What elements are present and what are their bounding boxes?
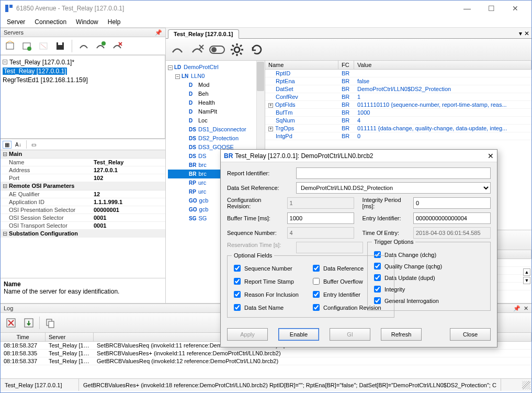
- log-pin-icon[interactable]: 📌: [513, 305, 520, 312]
- rt-refresh-icon[interactable]: [248, 41, 265, 58]
- tab-close-icon[interactable]: ✕: [524, 30, 529, 37]
- window-maximize-icon[interactable]: ☐: [479, 1, 503, 16]
- resize-grip-icon[interactable]: [522, 381, 530, 389]
- menu-window[interactable]: Window: [76, 18, 98, 26]
- prop-section-substation[interactable]: Substation Configuration: [1, 230, 165, 238]
- status-message: GetBRCBValuesRes+ (invokeId:18 reference…: [79, 379, 501, 391]
- disconnect-icon[interactable]: [93, 39, 108, 53]
- tree-item[interactable]: DSDS1_Disconnector: [168, 125, 265, 134]
- categorized-icon[interactable]: ▦: [3, 141, 12, 149]
- connect-icon[interactable]: [76, 39, 91, 53]
- prop-section-main[interactable]: Main: [1, 150, 165, 159]
- properties-description: Name Name of the server for easy identif…: [1, 278, 165, 303]
- save-icon[interactable]: [53, 39, 67, 53]
- entryid-input[interactable]: [413, 212, 491, 224]
- svg-line-20: [232, 53, 234, 54]
- brcb-dialog: BR Test_Relay [127.0.0.1]: DemoProtCtrl/…: [220, 149, 497, 347]
- buftm-input[interactable]: [287, 212, 354, 224]
- attr-row[interactable]: IntgPdBR0: [265, 132, 531, 140]
- close-button[interactable]: Close: [450, 328, 491, 341]
- attr-row[interactable]: BufTmBR1000: [265, 109, 531, 117]
- properties-toolbar: ▦ A↓ ▭: [1, 139, 165, 150]
- server-child[interactable]: RegrTestEd1 [192.168.11.159]: [3, 76, 88, 83]
- rt-connect-icon[interactable]: [169, 41, 186, 58]
- optfield-checkbox[interactable]: Reason For Inclusion: [232, 289, 311, 299]
- rt-toggle-icon[interactable]: [209, 41, 225, 58]
- svg-rect-8: [58, 42, 62, 45]
- tree-item[interactable]: DBeh: [168, 89, 265, 98]
- log-save-icon[interactable]: [21, 316, 36, 330]
- menu-help[interactable]: Help: [108, 18, 121, 26]
- tree-item[interactable]: DMod: [168, 81, 265, 89]
- edit-server-icon[interactable]: [19, 39, 34, 53]
- optfield-checkbox[interactable]: Sequence Number: [232, 263, 311, 273]
- status-server: Test_Relay [127.0.0.1]: [1, 379, 79, 391]
- props-pages-icon[interactable]: ▭: [30, 141, 38, 148]
- optional-fields: Optional Fields Sequence Number Data Ref…: [227, 252, 394, 318]
- alphabetical-icon[interactable]: A↓: [14, 141, 23, 148]
- tree-item[interactable]: DSDS2_Protection: [168, 134, 265, 143]
- intgpd-input[interactable]: [413, 197, 491, 209]
- svg-rect-1: [9, 5, 13, 8]
- window-close-icon[interactable]: ✕: [503, 1, 527, 16]
- tree-item[interactable]: DLoc: [168, 116, 265, 125]
- properties-grid[interactable]: Main NameTest_Relay Address127.0.0.1 Por…: [1, 150, 165, 278]
- window-minimize-icon[interactable]: —: [455, 1, 479, 16]
- svg-rect-2: [6, 43, 14, 49]
- servers-panel-header: Servers 📌: [1, 28, 165, 37]
- sqnum-field: [287, 227, 354, 239]
- pin-icon[interactable]: 📌: [155, 29, 162, 36]
- svg-rect-0: [5, 5, 8, 12]
- menu-server[interactable]: Server: [7, 18, 25, 26]
- rt-disconnect-icon[interactable]: [189, 41, 206, 58]
- log-copy-icon[interactable]: [43, 316, 58, 330]
- window-title: 61850 Avenue - Test_Relay [127.0.0.1]: [16, 5, 455, 12]
- dsref-select[interactable]: DemoProtCtrl/LLN0.DS2_Protection: [296, 182, 491, 194]
- rptid-input[interactable]: [296, 167, 491, 179]
- svg-point-12: [234, 47, 240, 52]
- optfield-checkbox[interactable]: Data Set Name: [232, 302, 311, 312]
- disconnect-x-icon[interactable]: [110, 39, 124, 53]
- server-root[interactable]: Test_Relay [127.0.0.1]*: [9, 59, 74, 66]
- tree-item[interactable]: DNamPlt: [168, 107, 265, 116]
- prop-section-osi[interactable]: Remote OSI Parameters: [1, 182, 165, 190]
- confrev-field: [287, 197, 354, 209]
- log-row[interactable]: 08:18:58.335Test_Relay [12...SetBRCBValu…: [1, 350, 531, 357]
- attr-row[interactable]: +TrgOpsBR011111 {data-change, quality-ch…: [265, 125, 531, 132]
- optfield-checkbox[interactable]: Report Time Stamp: [232, 276, 311, 286]
- rt-gear-icon[interactable]: [229, 41, 245, 58]
- optfield-checkbox[interactable]: Entry Identifier: [311, 289, 390, 299]
- gi-button: GI: [330, 328, 370, 341]
- attr-row[interactable]: RptEnaBRfalse: [265, 77, 531, 85]
- new-server-icon[interactable]: [3, 39, 17, 53]
- attr-row[interactable]: ConfRevBR1: [265, 93, 531, 101]
- app-icon: [5, 4, 13, 13]
- log-clear-icon[interactable]: [4, 316, 18, 330]
- enable-button[interactable]: Enable: [278, 328, 319, 341]
- attr-row[interactable]: DatSetBRDemoProtCtrl/LLN0$DS2_Protection: [265, 85, 531, 93]
- svg-point-4: [27, 47, 31, 51]
- optfield-checkbox[interactable]: Buffer Overflow: [311, 276, 390, 286]
- server-child-selected[interactable]: Test_Relay [127.0.0.1]: [3, 68, 67, 75]
- svg-line-18: [240, 53, 242, 54]
- attr-row[interactable]: +OptFldsBR0111110110 {sequence-number, r…: [265, 101, 531, 109]
- servers-toolbar: [1, 37, 165, 55]
- attr-row[interactable]: RptIDBR: [265, 70, 531, 77]
- delete-server-icon[interactable]: [36, 39, 51, 53]
- svg-line-6: [41, 44, 46, 48]
- optfield-checkbox[interactable]: Data Reference: [311, 263, 390, 273]
- tab-active[interactable]: Test_Relay [127.0.0.1]: [168, 29, 239, 39]
- dialog-close-icon[interactable]: ✕: [488, 152, 494, 160]
- attr-row[interactable]: SqNumBR4: [265, 117, 531, 125]
- menu-connection[interactable]: Connection: [35, 18, 66, 26]
- servers-tree[interactable]: −Test_Relay [127.0.0.1]* Test_Relay [127…: [1, 55, 165, 139]
- lower-grid-scroll[interactable]: ▲▼: [523, 268, 530, 284]
- refresh-button[interactable]: Refresh: [381, 328, 422, 341]
- log-close-icon[interactable]: ✕: [524, 305, 528, 312]
- tab-dropdown-icon[interactable]: ▾: [519, 30, 522, 37]
- dialog-title: Test_Relay [127.0.0.1]: DemoProtCtrl/LLN…: [235, 152, 373, 160]
- tree-item[interactable]: DHealth: [168, 98, 265, 107]
- svg-point-11: [211, 47, 217, 52]
- log-row[interactable]: 08:18:58.337Test_Relay [12...GetBRCBValu…: [1, 357, 531, 365]
- optfield-checkbox[interactable]: Configuration Revision: [311, 302, 390, 312]
